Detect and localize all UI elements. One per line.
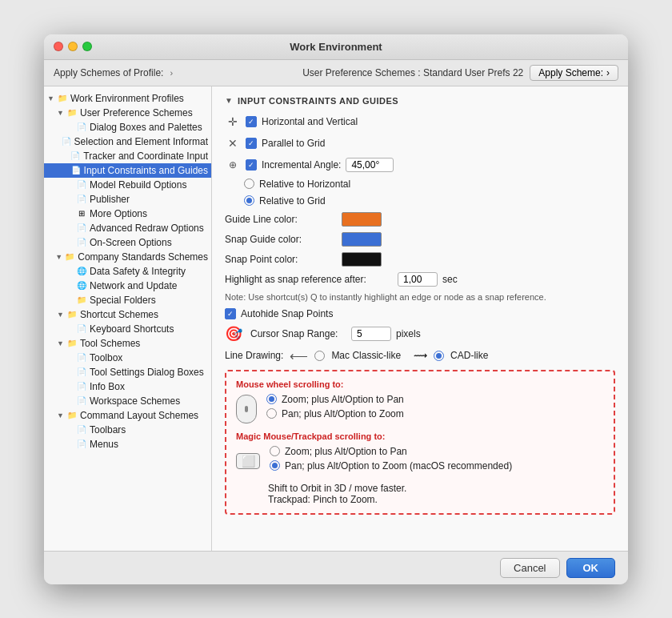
sidebar-item-tracker-coord[interactable]: 📄 Tracker and Coordinate Input [44, 149, 211, 163]
apply-scheme-button[interactable]: Apply Scheme: › [530, 65, 618, 81]
sidebar-item-label-data-safety: Data Safety & Integrity [90, 266, 186, 277]
maximize-button[interactable] [82, 42, 92, 51]
sidebar-item-info-box[interactable]: 📄 Info Box [44, 379, 211, 394]
autohide-label: Autohide Snap Points [241, 308, 333, 319]
scheme-label: User Preference Schemes : Standard User … [302, 67, 523, 78]
autohide-checkbox[interactable]: ✓ [225, 308, 236, 319]
pan-zoom-radio[interactable] [266, 408, 277, 419]
item-icon-on-screen-options: 📄 [76, 237, 87, 248]
snap-point-color-row: Snap Point color: [225, 252, 615, 267]
trackpad-pinch-label: Trackpad: Pinch to Zoom. [268, 494, 378, 505]
tree-arrow: ▼ [57, 311, 65, 319]
sidebar-item-toolbox[interactable]: 📄 Toolbox [44, 351, 211, 365]
magic-pan-zoom-label: Pan; plus Alt/Option to Zoom (macOS reco… [285, 460, 512, 472]
sidebar-item-publisher[interactable]: 📄 Publisher [44, 192, 211, 207]
sidebar-item-shortcut-schemes[interactable]: ▼ 📁 Shortcut Schemes [44, 307, 211, 322]
sidebar-item-label-special-folders: Special Folders [90, 295, 156, 306]
cursor-snap-row: 🎯 Cursor Snap Range: pixels [225, 325, 615, 343]
sidebar-item-label-tool-schemes: Tool Schemes [80, 338, 140, 349]
sidebar-item-more-options[interactable]: ⊞ More Options [44, 207, 211, 221]
rel-grid-label: Relative to Grid [259, 195, 326, 207]
sidebar-item-data-safety[interactable]: 🌐 Data Safety & Integrity [44, 264, 211, 279]
pan-zoom-label: Pan; plus Alt/Option to Zoom [282, 408, 404, 419]
sidebar-item-on-screen-options[interactable]: 📄 On-Screen Options [44, 235, 211, 250]
cad-like-label: CAD-like [450, 350, 488, 361]
main-window: Work Environment Apply Schemes of Profil… [44, 34, 628, 584]
parallel-checkbox[interactable]: ✓ [246, 138, 257, 149]
sidebar-item-tool-schemes[interactable]: ▼ 📁 Tool Schemes [44, 336, 211, 351]
cad-like-radio-dot [436, 353, 442, 359]
magic-zoom-pan-radio[interactable] [270, 446, 280, 456]
mac-classic-radio[interactable] [314, 351, 325, 361]
sidebar-item-input-constraints[interactable]: 📄 Input Constraints and Guides [44, 163, 211, 178]
cad-like-radio[interactable] [434, 351, 444, 361]
item-icon-publisher: 📄 [76, 194, 87, 205]
sidebar-item-menus[interactable]: 📄 Menus [44, 437, 211, 451]
sidebar-item-label-command-layout: Command Layout Schemes [80, 410, 198, 421]
hv-row: ✛ ✓ Horizontal and Vertical [225, 114, 615, 130]
item-icon-selection-element: 📄 [61, 136, 72, 147]
highlight-row: Highlight as snap reference after: sec [225, 272, 615, 287]
sidebar-item-toolbars[interactable]: 📄 Toolbars [44, 423, 211, 437]
sidebar-item-company-standards[interactable]: ▼ 📁 Company Standards Schemes [44, 250, 211, 264]
snap-point-color-label: Snap Point color: [225, 254, 337, 265]
sidebar: ▼ 📁 Work Environment Profiles ▼ 📁 User P… [44, 86, 212, 551]
incremental-label: Incremental Angle: [262, 159, 341, 171]
titlebar: Work Environment [44, 34, 628, 60]
close-button[interactable] [54, 42, 63, 51]
sidebar-item-label-on-screen-options: On-Screen Options [90, 237, 172, 248]
sidebar-item-keyboard-shortcuts[interactable]: 📄 Keyboard Shortcuts [44, 322, 211, 336]
highlight-unit: sec [442, 274, 458, 285]
sidebar-item-label-tool-settings: Tool Settings Dialog Boxes [90, 367, 204, 378]
guide-line-color-swatch[interactable] [342, 212, 382, 227]
sidebar-item-special-folders[interactable]: 📁 Special Folders [44, 293, 211, 307]
item-icon-input-constraints: 📄 [70, 165, 82, 176]
sidebar-item-user-pref-schemes[interactable]: ▼ 📁 User Preference Schemes [44, 106, 211, 120]
sidebar-item-label-toolbars: Toolbars [90, 424, 126, 435]
mouse-icon-row: Zoom; plus Alt/Option to Pan Pan; plus A… [236, 394, 604, 425]
sidebar-item-label-more-options: More Options [90, 208, 147, 219]
snap-guide-color-swatch[interactable] [342, 232, 382, 247]
incremental-checkbox[interactable]: ✓ [246, 159, 257, 171]
sidebar-item-label-workspace-schemes: Workspace Schemes [90, 395, 180, 407]
rel-grid-radio[interactable] [244, 195, 254, 206]
sidebar-item-command-layout[interactable]: ▼ 📁 Command Layout Schemes [44, 408, 211, 423]
shift-orbit-label: Shift to Orbit in 3D / move faster. [268, 483, 406, 494]
sidebar-item-network-update[interactable]: 🌐 Network and Update [44, 279, 211, 293]
parallel-icon: ✕ [225, 135, 241, 151]
cancel-button[interactable]: Cancel [500, 558, 559, 578]
magic-zoom-pan-option: Zoom; plus Alt/Option to Pan [270, 446, 512, 457]
cursor-snap-input[interactable] [351, 327, 391, 341]
magic-pan-zoom-radio[interactable] [270, 460, 280, 471]
ok-button[interactable]: OK [566, 558, 616, 578]
highlight-label: Highlight as snap reference after: [225, 274, 393, 285]
sidebar-item-tool-settings[interactable]: 📄 Tool Settings Dialog Boxes [44, 365, 211, 379]
trackpad-pinch-row: Trackpad: Pinch to Zoom. [268, 494, 604, 505]
sidebar-item-label-menus: Menus [90, 439, 118, 450]
highlight-input[interactable] [398, 272, 438, 287]
minimize-button[interactable] [68, 42, 78, 51]
mouse-options: Zoom; plus Alt/Option to Pan Pan; plus A… [266, 394, 404, 425]
sidebar-item-dialog-boxes[interactable]: 📄 Dialog Boxes and Palettes [44, 120, 211, 134]
rel-horizontal-radio[interactable] [244, 179, 254, 189]
hv-icon: ✛ [225, 114, 241, 130]
section-title: INPUT CONSTRAINTS AND GUIDES [238, 96, 398, 106]
sidebar-item-label-network-update: Network and Update [90, 280, 177, 291]
item-icon-tool-settings: 📄 [76, 367, 87, 378]
snap-point-color-swatch[interactable] [342, 252, 382, 267]
zoom-pan-radio[interactable] [266, 394, 277, 404]
sidebar-item-label-model-rebuild: Model Rebuild Options [90, 179, 186, 191]
magic-options: Zoom; plus Alt/Option to Pan Pan; plus A… [270, 446, 512, 477]
right-panel: ▼ INPUT CONSTRAINTS AND GUIDES ✛ ✓ Horiz… [212, 86, 628, 551]
sidebar-item-model-rebuild[interactable]: 📄 Model Rebuild Options [44, 178, 211, 192]
sidebar-item-workspace-schemes[interactable]: 📄 Workspace Schemes [44, 394, 211, 408]
hv-checkbox[interactable]: ✓ [246, 116, 257, 127]
incremental-angle-input[interactable] [346, 158, 394, 172]
sidebar-item-work-env-profiles[interactable]: ▼ 📁 Work Environment Profiles [44, 91, 211, 106]
line-drawing-row: Line Drawing: ⟵ Mac Classic-like ⟿ CAD-l… [225, 348, 615, 363]
sidebar-item-label-keyboard-shortcuts: Keyboard Shortcuts [90, 323, 174, 335]
sidebar-item-label-input-constraints: Input Constraints and Guides [84, 165, 208, 176]
item-icon-tool-schemes: 📁 [66, 338, 78, 349]
sidebar-item-selection-element[interactable]: 📄 Selection and Element Informat [44, 134, 211, 149]
sidebar-item-advanced-redraw[interactable]: 📄 Advanced Redraw Options [44, 221, 211, 235]
